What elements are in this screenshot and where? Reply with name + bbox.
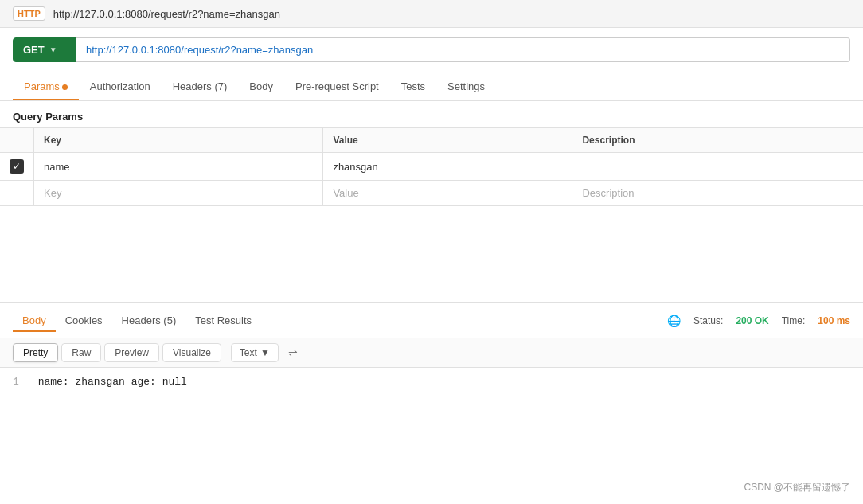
url-input[interactable] (76, 37, 850, 62)
row-key[interactable]: name (34, 153, 323, 181)
col-header-check (0, 128, 34, 153)
empty-description[interactable]: Description (572, 181, 863, 206)
method-select[interactable]: GET ▼ (13, 37, 76, 62)
response-tab-body[interactable]: Body (13, 310, 56, 331)
response-tab-test-results[interactable]: Test Results (185, 310, 261, 331)
table-row-empty: Key Value Description (0, 181, 863, 206)
raw-button[interactable]: Raw (61, 343, 101, 362)
row-description[interactable] (572, 153, 863, 181)
tab-authorization[interactable]: Authorization (79, 72, 162, 100)
status-value: 200 OK (736, 315, 768, 326)
response-toolbar: Pretty Raw Preview Visualize Text ▼ ⇌ (0, 338, 863, 368)
query-params-label: Query Params (0, 101, 863, 127)
col-header-description: Description (572, 128, 863, 153)
tab-headers[interactable]: Headers (7) (162, 72, 239, 100)
request-tabs: Params Authorization Headers (7) Body Pr… (0, 72, 863, 101)
response-body: 1 name: zhansgan age: null (0, 368, 863, 396)
text-format-select[interactable]: Text ▼ (231, 343, 279, 362)
time-label: Time: (782, 315, 806, 326)
tab-pre-request-script[interactable]: Pre-request Script (284, 72, 390, 100)
method-label: GET (23, 44, 45, 56)
wrap-icon[interactable]: ⇌ (288, 346, 298, 359)
text-format-label: Text (240, 347, 257, 358)
line-number: 1 (13, 376, 19, 388)
response-tab-headers[interactable]: Headers (5) (112, 310, 186, 331)
pretty-button[interactable]: Pretty (13, 343, 58, 362)
row-value[interactable]: zhansgan (323, 153, 572, 181)
response-status-bar: 🌐 Status: 200 OK Time: 100 ms (667, 315, 850, 327)
time-value: 100 ms (818, 315, 850, 326)
response-tabs-bar: Body Cookies Headers (5) Test Results 🌐 … (0, 302, 863, 338)
http-badge: HTTP (13, 6, 45, 21)
empty-checkbox[interactable] (0, 181, 34, 206)
visualize-button[interactable]: Visualize (162, 343, 221, 362)
chevron-down-icon: ▼ (49, 45, 57, 54)
empty-value[interactable]: Value (323, 181, 572, 206)
col-header-value: Value (323, 128, 572, 153)
params-dot (62, 84, 68, 90)
globe-icon: 🌐 (667, 315, 681, 327)
response-tab-cookies[interactable]: Cookies (56, 310, 112, 331)
params-table: Key Value Description ✓ name zhansgan Ke… (0, 127, 863, 206)
status-label: Status: (693, 315, 723, 326)
spacer (0, 206, 863, 302)
top-url: http://127.0.0.1:8080/request/r2?name=zh… (53, 8, 280, 20)
table-row: ✓ name zhansgan (0, 153, 863, 181)
tab-tests[interactable]: Tests (390, 72, 436, 100)
checkbox-checked-icon: ✓ (10, 159, 24, 174)
row-checkbox[interactable]: ✓ (0, 153, 34, 181)
request-bar: GET ▼ (0, 28, 863, 72)
tab-settings[interactable]: Settings (436, 72, 496, 100)
empty-key[interactable]: Key (34, 181, 323, 206)
response-section: Body Cookies Headers (5) Test Results 🌐 … (0, 302, 863, 396)
tab-params[interactable]: Params (13, 72, 79, 100)
response-content: name: zhansgan age: null (38, 376, 187, 388)
col-header-key: Key (34, 128, 323, 153)
tab-body[interactable]: Body (238, 72, 284, 100)
preview-button[interactable]: Preview (104, 343, 159, 362)
top-bar: HTTP http://127.0.0.1:8080/request/r2?na… (0, 0, 863, 28)
text-chevron-icon: ▼ (260, 347, 270, 358)
